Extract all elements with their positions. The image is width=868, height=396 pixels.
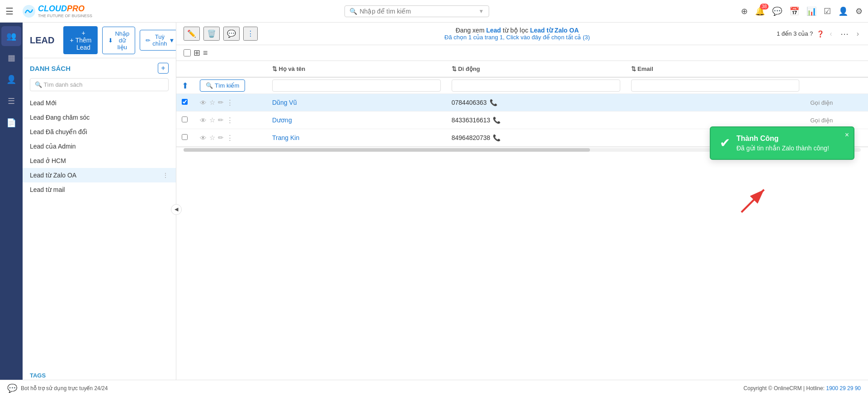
phone-cell: 0784406363 📞 — [452, 99, 620, 106]
table-row: 👁 ☆ ✏ ⋮ Dũng Vũ 0784406363 — [176, 94, 868, 112]
sidebar-grid-icon[interactable]: ▦ — [1, 48, 21, 68]
add-list-button[interactable]: + — [158, 63, 169, 74]
grid-view-icon[interactable]: ⊞ — [193, 48, 200, 58]
bell-icon[interactable]: 🔔 38 — [755, 6, 765, 16]
star-icon[interactable]: ☆ — [209, 98, 215, 107]
download-icon: ⬇ — [108, 37, 113, 44]
col-name[interactable]: ⇅ Họ và tên — [267, 61, 446, 77]
toast-title: Thành Công — [736, 135, 829, 143]
phone-icon[interactable]: 📞 — [493, 134, 500, 141]
col-phone[interactable]: ⇅ Di động — [446, 61, 626, 77]
sidebar-list-icon[interactable]: ☰ — [1, 91, 21, 111]
messenger-icon: 💬 — [7, 383, 17, 393]
sidebar-doc-icon[interactable]: 📄 — [1, 113, 21, 133]
list-item[interactable]: Lead từ mail — [23, 182, 176, 197]
chart-icon[interactable]: 📊 — [807, 6, 816, 16]
edit-action-button[interactable]: ✏️ — [184, 27, 200, 41]
search-button[interactable]: 🔍 Tìm kiếm — [200, 79, 245, 92]
toast-close-button[interactable]: × — [845, 131, 849, 139]
search-input[interactable] — [360, 8, 476, 15]
filter-subtitle[interactable]: Đã chọn 1 của trang 1, Click vào đây để … — [261, 34, 773, 41]
row-checkbox[interactable] — [182, 116, 188, 122]
lead-name-link[interactable]: Dũng Vũ — [272, 99, 297, 106]
lead-name-link[interactable]: Dương — [272, 116, 292, 124]
list-item[interactable]: Lead Mới — [23, 96, 176, 110]
footer-right: Copyright © OnlineCRM | Hotline: 1900 29… — [744, 385, 861, 391]
list-item[interactable]: Lead của Admin — [23, 139, 176, 154]
sidebar-people-icon[interactable]: 👥 — [1, 26, 21, 46]
edit-row-icon[interactable]: ✏ — [218, 134, 224, 142]
customize-button[interactable]: ✏ Tuỳ chỉnh ▼ — [140, 30, 176, 51]
row-more-icon[interactable]: ⋮ — [226, 134, 233, 142]
add-icon[interactable]: ⊕ — [741, 6, 748, 16]
chat-icon[interactable]: 💬 — [772, 6, 782, 16]
view-icon[interactable]: 👁 — [200, 99, 207, 107]
lead-name-link[interactable]: Trang Kin — [272, 134, 299, 141]
list-item-zalo-oa[interactable]: Lead từ Zalo OA ⋮ — [23, 168, 176, 182]
row-checkbox-cell — [176, 112, 194, 129]
list-view-icon[interactable]: ≡ — [203, 48, 208, 58]
toolbar-right: 1 đến 3 của ? ❓ ‹ ⋯ › — [777, 28, 861, 40]
list-item[interactable]: Lead ở HCM — [23, 154, 176, 168]
search-email-cell — [626, 77, 805, 94]
more-action-button[interactable]: ⋮ — [243, 27, 258, 41]
scrollbar-thumb[interactable] — [184, 148, 590, 152]
calendar-icon[interactable]: 📅 — [789, 6, 799, 16]
list-item[interactable]: Lead Đã chuyển đổi — [23, 125, 176, 139]
email-search-input[interactable] — [631, 79, 800, 92]
search-list-input[interactable]: 🔍 Tìm danh sách — [30, 78, 169, 91]
row-phone-cell: 0784406363 📞 — [446, 94, 626, 112]
select-all-checkbox[interactable] — [184, 49, 191, 56]
phone-icon[interactable]: 📞 — [493, 116, 500, 124]
name-search-input[interactable] — [272, 79, 441, 92]
star-icon[interactable]: ☆ — [209, 116, 215, 124]
row-name-cell: Trang Kin — [267, 129, 446, 147]
checkbox-icon[interactable]: ☑ — [824, 6, 831, 16]
chevron-down-icon: ▼ — [479, 8, 484, 14]
view-icon[interactable]: 👁 — [200, 134, 207, 142]
footer-hotline[interactable]: 1900 29 29 90 — [826, 385, 861, 391]
call-button[interactable]: Gọi điện — [810, 117, 833, 124]
sidebar-contact-icon[interactable]: 👤 — [1, 70, 21, 89]
chat-action-button[interactable]: 💬 — [223, 27, 240, 41]
search-icon: 🔍 — [349, 8, 357, 15]
notification-badge: 38 — [760, 4, 769, 9]
row-checkbox[interactable] — [182, 134, 188, 140]
row-more-icon[interactable]: ⋮ — [226, 116, 233, 124]
edit-icon: ✏ — [146, 37, 151, 44]
settings-icon[interactable]: ⚙ — [855, 6, 863, 16]
view-icon[interactable]: 👁 — [200, 116, 207, 124]
more-icon[interactable]: ⋮ — [162, 172, 169, 179]
filter-info: Đang xem Lead từ bộ lọc Lead từ Zalo OA … — [261, 27, 773, 41]
right-content: ✏️ 🗑️ 💬 ⋮ Đang xem Lead từ bộ lọc Lead t… — [176, 23, 868, 396]
row-phone-cell: 84964820738 📞 — [446, 129, 626, 147]
global-search-bar[interactable]: 🔍 ▼ — [344, 5, 489, 17]
add-lead-button[interactable]: + + Thêm Lead — [63, 26, 98, 54]
star-icon[interactable]: ☆ — [209, 134, 215, 142]
prev-page-button[interactable]: ‹ — [828, 29, 834, 39]
edit-row-icon[interactable]: ✏ — [218, 98, 224, 107]
nav-icons: ⊕ 🔔 38 💬 📅 📊 ☑ 👤 ⚙ — [741, 6, 863, 16]
list-item[interactable]: Lead Đang chăm sóc — [23, 110, 176, 125]
row-name-cell: Dương — [267, 112, 446, 129]
phone-icon[interactable]: 📞 — [490, 99, 497, 106]
red-arrow-decoration — [737, 181, 773, 218]
checkmark-icon: ✔ — [720, 135, 730, 150]
phone-search-input[interactable] — [452, 79, 620, 92]
phone-cell: 84964820738 📞 — [452, 134, 620, 141]
edit-row-icon[interactable]: ✏ — [218, 116, 224, 124]
list-item-label: Lead Mới — [30, 99, 169, 107]
import-data-button[interactable]: ⬇ Nhập dữ liệu — [102, 27, 135, 54]
more-options-button[interactable]: ⋯ — [838, 28, 851, 40]
next-page-button[interactable]: › — [855, 29, 861, 39]
user-icon[interactable]: 👤 — [838, 6, 848, 16]
logo: CLOUDPRO THE FUTURE OF BUSINESS — [22, 4, 92, 19]
col-email[interactable]: ⇅ Email — [626, 61, 805, 77]
search-row-icon: ⬆ — [182, 81, 189, 90]
delete-action-button[interactable]: 🗑️ — [203, 27, 220, 41]
row-checkbox[interactable] — [182, 99, 188, 105]
menu-hamburger[interactable]: ☰ — [5, 6, 14, 17]
call-button[interactable]: Gọi điện — [810, 99, 833, 106]
collapse-panel-button[interactable]: ◀ — [171, 204, 182, 215]
row-more-icon[interactable]: ⋮ — [226, 98, 233, 107]
